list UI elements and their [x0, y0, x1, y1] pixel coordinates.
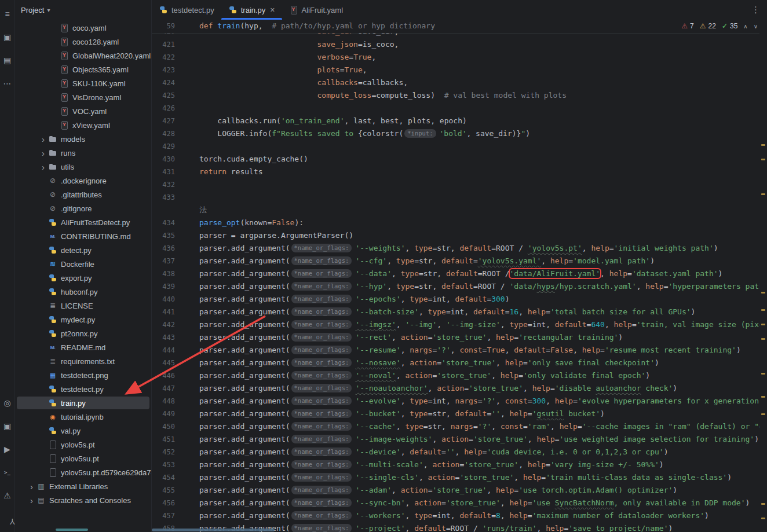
tree-item-mydect.py[interactable]: mydect.py — [15, 313, 151, 326]
line-number[interactable]: 423 — [152, 64, 175, 76]
line-number[interactable]: 427 — [152, 115, 175, 127]
line-number[interactable]: 445 — [152, 357, 175, 369]
tree-item-train.py[interactable]: train.py — [15, 396, 151, 410]
line-number[interactable]: 432 — [152, 178, 175, 191]
terminal-icon[interactable]: >_ — [0, 465, 15, 480]
line-number[interactable]: 449 — [152, 408, 175, 420]
tree-item-yolov5su.pt.d579ce629da74[interactable]: yolov5su.pt.d579ce629da74 — [15, 465, 151, 479]
tree-item-AliFruitTestDetect.py[interactable]: AliFruitTestDetect.py — [15, 215, 151, 229]
code-line[interactable]: 441parser.add_argument(*name_or_flags:'-… — [152, 306, 767, 318]
chevron-right-icon[interactable]: › — [27, 496, 36, 505]
line-number[interactable]: 425 — [152, 89, 175, 102]
tree-item-models[interactable]: ›models — [15, 132, 151, 146]
tree-item-README.md[interactable]: README.md — [15, 340, 151, 354]
error-stripe[interactable] — [759, 20, 767, 532]
code-line[interactable]: 451parser.add_argument(*name_or_flags:'-… — [152, 433, 767, 446]
more-tool-windows-icon[interactable]: ⋯ — [0, 76, 15, 91]
line-number[interactable]: 451 — [152, 433, 175, 446]
code-line[interactable]: 449parser.add_argument(*name_or_flags:'-… — [152, 408, 767, 420]
next-problem-icon[interactable]: ∨ — [754, 23, 758, 30]
tree-item-export.py[interactable]: export.py — [15, 271, 151, 285]
code-line[interactable]: 434parse_opt(known=False): — [152, 217, 767, 229]
project-tree[interactable]: coco.yamlcoco128.yamlGlobalWheat2020.yam… — [15, 20, 152, 532]
line-number[interactable]: 435 — [152, 229, 175, 242]
line-number[interactable]: 421 — [152, 38, 175, 51]
version-control-icon[interactable]: Y — [0, 511, 15, 526]
code-line[interactable]: 454parser.add_argument(*name_or_flags:'-… — [152, 471, 767, 484]
code-line[interactable]: 435parser = argparse.ArgumentParser() — [152, 229, 767, 242]
services-icon[interactable]: ▣ — [0, 419, 15, 434]
code-line[interactable]: 440parser.add_argument(*name_or_flags:'-… — [152, 293, 767, 306]
tree-item-Objects365.yaml[interactable]: Objects365.yaml — [15, 63, 151, 76]
horizontal-scrollbar[interactable] — [152, 529, 275, 531]
problems-icon[interactable]: ⚠ — [0, 488, 15, 503]
code-line[interactable]: 431return results — [152, 166, 767, 178]
errors-count[interactable]: ⚠ 7 — [681, 22, 693, 30]
python-console-icon[interactable]: ◎ — [0, 395, 15, 410]
line-number[interactable]: 455 — [152, 484, 175, 497]
line-number[interactable]: 457 — [152, 509, 175, 522]
line-number[interactable]: 430 — [152, 153, 175, 166]
code-line[interactable]: 447parser.add_argument(*name_or_flags:'-… — [152, 382, 767, 395]
tree-item-runs[interactable]: ›runs — [15, 146, 151, 160]
sticky-header-line[interactable]: 59 def train(hyp, # path/to/hyp.yaml or … — [152, 20, 767, 34]
tree-item-coco128.yaml[interactable]: coco128.yaml — [15, 35, 151, 49]
line-number[interactable]: 434 — [152, 217, 175, 229]
code-line[interactable]: 457parser.add_argument(*name_or_flags:'-… — [152, 509, 767, 522]
tree-item-utils[interactable]: ›utils — [15, 160, 151, 174]
tree-item-requirements.txt[interactable]: requirements.txt — [15, 354, 151, 368]
line-number[interactable]: 429 — [152, 140, 175, 153]
code-line[interactable]: 422 verbose=True, — [152, 51, 767, 64]
code-line[interactable]: 452parser.add_argument(*name_or_flags:'-… — [152, 446, 767, 458]
line-number[interactable]: 433 — [152, 191, 175, 204]
code-line[interactable]: 423 plots=True, — [152, 64, 767, 76]
warnings-count[interactable]: ⚠ 22 — [700, 22, 716, 30]
code-line[interactable]: 438parser.add_argument(*name_or_flags:'-… — [152, 267, 767, 280]
line-number[interactable]: 428 — [152, 127, 175, 140]
tree-item-VOC.yaml[interactable]: VOC.yaml — [15, 104, 151, 118]
code-line[interactable]: 432 — [152, 178, 767, 191]
chevron-right-icon[interactable]: › — [38, 149, 48, 157]
tree-item-.gitignore[interactable]: .gitignore — [15, 201, 151, 215]
code-line[interactable]: 429 — [152, 140, 767, 153]
tree-item-GlobalWheat2020.yaml[interactable]: GlobalWheat2020.yaml — [15, 49, 151, 63]
code-line[interactable]: 453parser.add_argument(*name_or_flags:'-… — [152, 458, 767, 471]
line-number[interactable]: 431 — [152, 166, 175, 178]
line-number[interactable]: 438 — [152, 267, 175, 280]
prev-problem-icon[interactable]: ∧ — [743, 23, 747, 30]
tree-item-pt2onnx.py[interactable]: pt2onnx.py — [15, 326, 151, 340]
commit-icon[interactable]: ▣ — [0, 30, 15, 45]
code-line[interactable]: 424 callbacks=callbacks, — [152, 76, 767, 89]
line-number[interactable]: 450 — [152, 420, 175, 433]
line-number[interactable]: 422 — [152, 51, 175, 64]
tree-item-testdetect.py[interactable]: testdetect.py — [15, 382, 151, 396]
code-line[interactable]: 446parser.add_argument(*name_or_flags:'-… — [152, 369, 767, 382]
line-number[interactable]: 426 — [152, 102, 175, 115]
line-number[interactable]: 444 — [152, 344, 175, 357]
code-editor[interactable]: 420 save_dir=save_dir,421 save_json=is_c… — [152, 20, 767, 532]
tree-item-.dockerignore[interactable]: .dockerignore — [15, 174, 151, 188]
code-line[interactable]: 428 LOGGER.info(f"Results saved to {colo… — [152, 127, 767, 140]
code-line[interactable]: 433 — [152, 191, 767, 204]
tab-testdetect.py[interactable]: testdetect.py — [152, 0, 221, 20]
line-number[interactable]: 436 — [152, 242, 175, 255]
structure-icon[interactable]: ▤ — [0, 53, 15, 68]
chevron-right-icon[interactable]: › — [38, 163, 48, 171]
code-line[interactable]: 426 — [152, 102, 767, 115]
run-icon[interactable]: ▶ — [0, 442, 15, 457]
tree-item-coco.yaml[interactable]: coco.yaml — [15, 21, 151, 35]
tree-item-Dockerfile[interactable]: Dockerfile — [15, 257, 151, 271]
line-number[interactable] — [152, 204, 175, 217]
line-number[interactable]: 454 — [152, 471, 175, 484]
line-number[interactable]: 437 — [152, 255, 175, 267]
tree-item-yolov5su.pt[interactable]: yolov5su.pt — [15, 452, 151, 465]
tree-item-testdetect.png[interactable]: testdetect.png — [15, 368, 151, 382]
close-tab-icon[interactable]: × — [270, 5, 275, 14]
code-line[interactable]: 法 — [152, 204, 767, 217]
tree-item-LICENSE[interactable]: LICENSE — [15, 299, 151, 313]
code-line[interactable]: 444parser.add_argument(*name_or_flags:'-… — [152, 344, 767, 357]
line-number[interactable]: 441 — [152, 306, 175, 318]
tree-item-CONTRIBUTING.md[interactable]: CONTRIBUTING.md — [15, 229, 151, 243]
passed-count[interactable]: ✓ 35 — [722, 22, 737, 30]
tab-train.py[interactable]: train.py× — [221, 0, 282, 20]
